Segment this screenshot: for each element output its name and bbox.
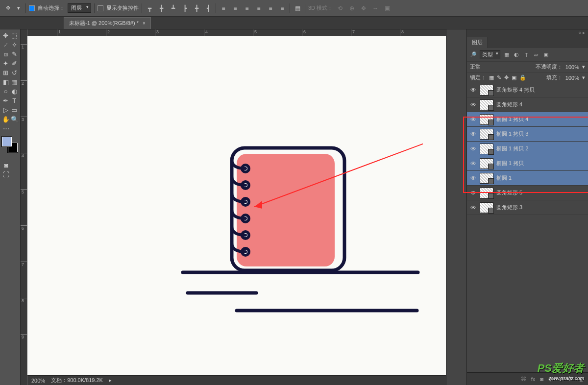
visibility-icon[interactable]: 👁 [470, 87, 477, 94]
auto-align-icon[interactable]: ▦ [293, 4, 302, 13]
patch-tool-icon[interactable]: ✦ [2, 59, 10, 68]
lock-paint-icon[interactable]: ✎ [497, 74, 501, 81]
dist-left-icon[interactable]: ≡ [254, 4, 263, 13]
align-hcenter-icon[interactable]: ╋ [192, 4, 201, 13]
auto-select-target[interactable]: 图层 [68, 3, 91, 13]
layer-row[interactable]: 👁圆角矩形 5 [467, 186, 588, 200]
layer-row[interactable]: 👁椭圆 1 拷贝 4 [467, 112, 588, 127]
layer-name[interactable]: 椭圆 1 拷贝 3 [496, 130, 585, 138]
lock-trans-icon[interactable]: ▦ [489, 74, 494, 81]
dist-right-icon[interactable]: ≡ [278, 4, 287, 13]
brush-tool-icon[interactable]: ✐ [11, 59, 19, 68]
panel-collapse-strip[interactable]: « ▸ [467, 29, 588, 36]
more-tools-icon[interactable]: ⋯ [2, 124, 10, 133]
dist-bottom-icon[interactable]: ≡ [243, 4, 251, 13]
eyedropper-icon[interactable]: ✎ [11, 50, 19, 58]
layer-name[interactable]: 椭圆 1 拷贝 2 [496, 145, 585, 152]
fx-icon[interactable]: fx [531, 376, 536, 382]
layer-row[interactable]: 👁椭圆 1 [467, 171, 588, 186]
layer-row[interactable]: 👁椭圆 1 拷贝 [467, 156, 588, 171]
crop-tool-icon[interactable]: ⧈ [2, 50, 10, 58]
layer-name[interactable]: 椭圆 1 拷贝 4 [496, 116, 585, 123]
link-layers-icon[interactable]: ⌘ [521, 376, 526, 382]
layer-name[interactable]: 圆角矩形 4 [496, 101, 585, 108]
status-arrow-icon[interactable]: ▸ [109, 377, 112, 384]
filter-pixel-icon[interactable]: ▦ [503, 51, 510, 58]
eraser-tool-icon[interactable]: ◧ [2, 78, 10, 86]
pen-tool-icon[interactable]: ✒ [2, 96, 10, 105]
hand-tool-icon[interactable]: ✋ [2, 115, 10, 123]
visibility-icon[interactable]: 👁 [470, 145, 477, 152]
align-bottom-icon[interactable]: ┻ [169, 4, 177, 13]
zoom-tool-icon[interactable]: 🔍 [11, 115, 19, 123]
blur-tool-icon[interactable]: ○ [2, 87, 10, 96]
layer-row[interactable]: 👁椭圆 1 拷贝 3 [467, 127, 588, 142]
filter-smart-icon[interactable]: ▣ [542, 51, 549, 58]
collapsed-panels[interactable] [446, 29, 466, 385]
zoom-level[interactable]: 200% [31, 378, 45, 384]
quickmask-icon[interactable]: ◙ [2, 161, 10, 169]
layer-row[interactable]: 👁圆角矩形 3 [467, 200, 588, 215]
opacity-value[interactable]: 100% [565, 64, 579, 70]
layer-row[interactable]: 👁圆角矩形 4 [467, 97, 588, 112]
lasso-tool-icon[interactable]: ⟋ [2, 41, 10, 49]
chevron-down-icon[interactable]: ▾ [582, 74, 585, 81]
dodge-tool-icon[interactable]: ◐ [11, 87, 19, 96]
close-icon[interactable]: × [143, 21, 146, 26]
layer-thumbnail[interactable] [480, 129, 493, 140]
visibility-icon[interactable]: 👁 [470, 131, 477, 138]
layer-thumbnail[interactable] [480, 114, 493, 125]
layer-thumbnail[interactable] [480, 85, 493, 96]
auto-select-checkbox[interactable] [29, 5, 35, 11]
layers-panel-tab[interactable]: 图层 [467, 37, 488, 48]
layer-thumbnail[interactable] [480, 202, 493, 213]
layer-thumbnail[interactable] [480, 173, 493, 184]
lock-pos-icon[interactable]: ✥ [504, 74, 509, 81]
search-icon[interactable]: 🔎 [470, 51, 477, 58]
chevron-down-icon[interactable]: ▾ [582, 64, 585, 70]
visibility-icon[interactable]: 👁 [470, 190, 477, 196]
filter-type-icon[interactable]: T [523, 51, 530, 58]
visibility-icon[interactable]: 👁 [470, 101, 477, 108]
move-tool-icon[interactable]: ✥ [2, 31, 10, 40]
layer-name[interactable]: 圆角矩形 3 [496, 204, 585, 211]
visibility-icon[interactable]: 👁 [470, 160, 477, 167]
visibility-icon[interactable]: 👁 [470, 175, 477, 182]
filter-shape-icon[interactable]: ▱ [533, 51, 539, 58]
layer-name[interactable]: 圆角矩形 5 [496, 189, 585, 196]
color-swatch[interactable] [2, 137, 18, 152]
dist-hcenter-icon[interactable]: ≡ [266, 4, 275, 13]
lock-artboard-icon[interactable]: ▣ [512, 74, 516, 81]
lock-all-icon[interactable]: 🔒 [519, 74, 526, 81]
align-vcenter-icon[interactable]: ╋ [157, 4, 166, 13]
magic-wand-icon[interactable]: ✧ [11, 41, 19, 49]
align-left-icon[interactable]: ┣ [180, 4, 189, 13]
type-tool-icon[interactable]: T [11, 96, 19, 105]
fill-value[interactable]: 100% [565, 75, 579, 81]
canvas[interactable] [27, 36, 446, 375]
layer-name[interactable]: 椭圆 1 [496, 174, 585, 182]
layer-row[interactable]: 👁圆角矩形 4 拷贝 [467, 83, 588, 97]
shape-tool-icon[interactable]: ▭ [11, 106, 19, 114]
path-select-icon[interactable]: ▷ [2, 106, 10, 114]
filter-adjust-icon[interactable]: ◐ [513, 51, 520, 58]
layer-row[interactable]: 👁椭圆 1 拷贝 2 [467, 142, 588, 156]
dist-top-icon[interactable]: ≡ [219, 4, 228, 13]
layer-thumbnail[interactable] [480, 99, 493, 110]
filter-type-select[interactable]: 类型 [480, 50, 500, 59]
align-right-icon[interactable]: ┫ [204, 4, 213, 13]
visibility-icon[interactable]: 👁 [470, 204, 477, 211]
document-tab[interactable]: 未标题-1 @ 200%(RGB/8#) * × [64, 17, 151, 29]
dropdown-icon[interactable]: ▾ [15, 4, 23, 12]
history-brush-icon[interactable]: ↺ [11, 69, 19, 77]
gradient-tool-icon[interactable]: ▦ [11, 78, 19, 86]
foreground-color[interactable] [2, 137, 12, 146]
layer-thumbnail[interactable] [480, 144, 493, 154]
visibility-icon[interactable]: 👁 [470, 116, 477, 123]
blend-mode-select[interactable]: 正常 [470, 63, 533, 71]
layer-name[interactable]: 圆角矩形 4 拷贝 [496, 86, 585, 94]
marquee-tool-icon[interactable]: ⬚ [11, 31, 19, 40]
stamp-tool-icon[interactable]: ⊞ [2, 69, 10, 77]
align-top-icon[interactable]: ┳ [145, 4, 154, 13]
show-transform-checkbox[interactable] [98, 5, 103, 11]
